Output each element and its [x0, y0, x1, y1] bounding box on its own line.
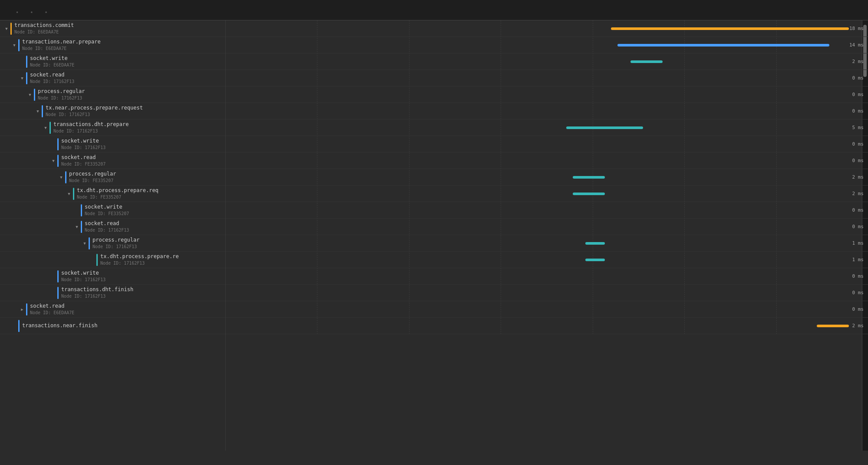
tree-row[interactable]: ▼ socket.read Node ID: 17162F13 [0, 219, 225, 235]
timeline-row: 18 ms [226, 20, 868, 37]
timeline-row: 2 ms [226, 169, 868, 186]
toggle-icon[interactable]: ▼ [66, 191, 72, 197]
timeline-row: 0 ms [226, 285, 868, 301]
toggle-icon [19, 59, 25, 65]
toggle-icon [11, 323, 17, 329]
toggle-icon[interactable]: ▼ [35, 108, 41, 114]
node-id: Node ID: 17162F13 [61, 293, 133, 299]
tree-row[interactable]: ▼ transactions.commit Node ID: E6EDAA7E [0, 20, 225, 37]
timeline-bar [617, 44, 829, 46]
duration-label: 2 ms [852, 323, 864, 329]
tree-row[interactable]: socket.write Node ID: E6EDAA7E [0, 53, 225, 70]
duration-label: 0 ms [852, 108, 864, 114]
timeline-bar [573, 193, 605, 195]
duration-label: 2 ms [852, 59, 864, 64]
node-id: Node ID: 17162F13 [92, 244, 139, 249]
span-color-bar [65, 171, 66, 183]
duration-label: 1 ms [852, 240, 864, 246]
tree-row[interactable]: transactions.dht.finish Node ID: 17162F1… [0, 285, 225, 301]
duration-label: 0 ms [852, 290, 864, 296]
duration-label: 18 ms [849, 26, 864, 31]
tree-row[interactable]: transactions.near.finish [0, 318, 225, 334]
span-name: socket.read [61, 154, 106, 161]
span-color-bar [34, 89, 35, 101]
timeline-bar [611, 27, 848, 30]
toggle-icon[interactable]: ▼ [19, 75, 25, 81]
node-id: Node ID: 17162F13 [46, 112, 143, 117]
span-color-bar [96, 254, 98, 266]
timeline-row: 2 ms [226, 53, 868, 70]
toggle-icon[interactable]: ▼ [27, 92, 33, 98]
timeline-row: 0 ms [226, 301, 868, 318]
node-id: Node ID: 17162F13 [53, 128, 129, 134]
span-name: process.regular [92, 237, 139, 244]
duration-label: 2 ms [852, 174, 864, 180]
span-name: socket.read [30, 303, 74, 310]
tree-row[interactable]: socket.write Node ID: 17162F13 [0, 136, 225, 153]
tree-row[interactable]: ▼ transactions.dht.prepare Node ID: 1716… [0, 120, 225, 136]
tree-row[interactable]: ▼ tx.dht.process.prepare.req Node ID: FE… [0, 186, 225, 202]
tree-row[interactable]: ▼ process.regular Node ID: 17162F13 [0, 235, 225, 252]
span-name: tx.near.process.prepare.request [46, 105, 143, 112]
timeline-wrapper: 18 ms 14 ms 2 ms 0 ms 0 ms 0 ms 5 ms [226, 20, 868, 451]
span-name: socket.write [61, 270, 106, 277]
span-color-bar [81, 204, 82, 216]
tree-row[interactable]: ▼ socket.read Node ID: 17162F13 [0, 70, 225, 86]
node-id: Node ID: E6EDAA7E [14, 29, 74, 35]
span-name: process.regular [38, 88, 85, 95]
toggle-icon[interactable]: ▼ [58, 174, 64, 180]
tree-row[interactable]: ▶ socket.read Node ID: E6EDAA7E [0, 301, 225, 318]
toggle-icon[interactable]: ▶ [19, 306, 25, 312]
toggle-icon[interactable]: ▼ [43, 125, 49, 131]
span-name: socket.read [30, 72, 74, 79]
timeline-bar [573, 176, 605, 179]
timeline-row: 0 ms [226, 136, 868, 153]
span-color-bar [57, 138, 59, 150]
span-name: transactions.commit [14, 22, 74, 29]
timeline-row: 2 ms [226, 186, 868, 202]
span-color-bar [57, 270, 59, 282]
toggle-icon[interactable]: ▼ [11, 42, 17, 48]
toggle-icon [50, 141, 56, 147]
tree-row[interactable]: ▼ process.regular Node ID: 17162F13 [0, 86, 225, 103]
tree-row[interactable]: ▼ tx.near.process.prepare.request Node I… [0, 103, 225, 120]
timeline-panel[interactable]: 18 ms 14 ms 2 ms 0 ms 0 ms 0 ms 5 ms [226, 20, 868, 334]
timeline-row: 0 ms [226, 219, 868, 235]
node-id: Node ID: E6EDAA7E [22, 46, 101, 51]
timeline-row: 0 ms [226, 153, 868, 169]
span-color-bar [10, 23, 12, 35]
node-id: Node ID: 17162F13 [30, 79, 74, 84]
tree-panel[interactable]: ▼ transactions.commit Node ID: E6EDAA7E … [0, 20, 226, 451]
duration-label: 0 ms [852, 75, 864, 81]
node-id: Node ID: 17162F13 [100, 260, 179, 266]
tree-row[interactable]: socket.write Node ID: FE335207 [0, 202, 225, 219]
span-color-bar [57, 287, 59, 299]
span-name: socket.write [30, 55, 74, 62]
timeline-row: 0 ms [226, 202, 868, 219]
span-color-bar [18, 39, 20, 51]
toggle-icon[interactable]: ▼ [50, 158, 56, 164]
toggle-icon[interactable]: ▼ [74, 224, 80, 230]
duration-label: 0 ms [852, 306, 864, 312]
tree-row[interactable]: ▼ process.regular Node ID: FE335207 [0, 169, 225, 186]
timeline-row: 0 ms [226, 70, 868, 86]
duration-label: 0 ms [852, 224, 864, 229]
span-color-bar [42, 105, 43, 117]
duration-label: 1 ms [852, 257, 864, 262]
tree-row[interactable]: tx.dht.process.prepare.re Node ID: 17162… [0, 252, 225, 268]
header: • • • [0, 0, 868, 20]
tree-row[interactable]: socket.write Node ID: 17162F13 [0, 268, 225, 285]
toggle-icon [50, 273, 56, 279]
tree-row[interactable]: ▼ socket.read Node ID: FE335207 [0, 153, 225, 169]
tree-row[interactable]: ▼ transactions.near.prepare Node ID: E6E… [0, 37, 225, 53]
toggle-icon[interactable]: ▼ [82, 240, 88, 246]
toggle-icon[interactable]: ▼ [3, 26, 10, 32]
timeline-bar [566, 126, 643, 129]
timeline-bar [630, 60, 663, 63]
span-color-bar [26, 72, 27, 84]
node-id: Node ID: FE335207 [69, 178, 116, 183]
timeline-bar [585, 242, 604, 245]
duration-label: 5 ms [852, 125, 864, 130]
span-color-bar [26, 56, 27, 68]
span-color-bar [50, 122, 51, 134]
